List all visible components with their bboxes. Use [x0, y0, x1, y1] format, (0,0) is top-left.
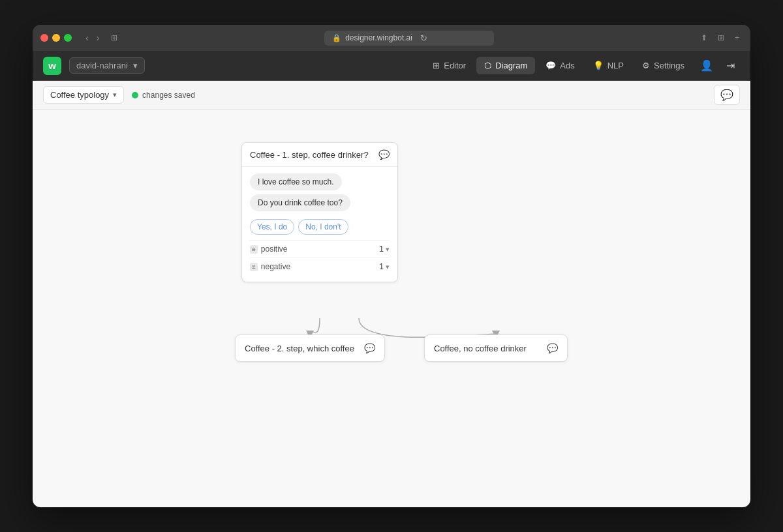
nav-ads-label: Ads	[560, 61, 574, 70]
route-negative-dropdown-icon: ▾	[386, 263, 390, 271]
right-child-comment-icon[interactable]: 💬	[547, 343, 558, 353]
workspace-dropdown-icon: ▾	[133, 61, 138, 70]
nav-editor[interactable]: ⊞ Editor	[425, 57, 474, 74]
address-bar[interactable]: 🔒 designer.wingbot.ai ↻	[324, 31, 494, 46]
workspace-selector[interactable]: david-nahrani ▾	[69, 57, 145, 74]
route-negative-icon: ≡	[250, 263, 258, 271]
diagram-icon: ⬡	[484, 61, 491, 70]
nav-ads[interactable]: 💬 Ads	[538, 57, 582, 74]
nav-links: ⊞ Editor ⬡ Diagram 💬 Ads 💡 NLP ⚙ Setting…	[145, 57, 740, 74]
left-child-node[interactable]: Coffee - 2. step, which coffee 💬	[235, 334, 385, 362]
lock-icon: 🔒	[332, 34, 341, 42]
changes-saved-indicator: changes saved	[132, 91, 195, 100]
forward-button[interactable]: ›	[93, 31, 103, 44]
right-child-node[interactable]: Coffee, no coffee drinker 💬	[424, 334, 568, 362]
nav-settings[interactable]: ⚙ Settings	[634, 57, 692, 74]
changes-saved-label: changes saved	[142, 91, 195, 100]
title-bar-right: ⬆ ⊞ +	[698, 32, 743, 44]
saved-dot-icon	[132, 92, 138, 98]
address-bar-wrap: 🔒 designer.wingbot.ai ↻	[126, 31, 692, 46]
address-text: designer.wingbot.ai	[345, 33, 412, 42]
user-icon[interactable]: 👤	[695, 57, 718, 74]
logout-icon[interactable]: ⇥	[721, 57, 740, 74]
main-node-header: Coffee - 1. step, coffee drinker? 💬	[242, 143, 397, 167]
toolbar-right: 💬	[714, 85, 740, 105]
nav-diagram-label: Diagram	[495, 61, 527, 70]
ads-icon: 💬	[545, 61, 556, 70]
dropdown-arrow-icon: ▾	[113, 91, 117, 99]
main-node[interactable]: Coffee - 1. step, coffee drinker? 💬 I lo…	[241, 142, 398, 282]
choice-row: Yes, I do No, I don't	[250, 219, 390, 235]
toolbar: Coffee typology ▾ changes saved 💬	[33, 81, 750, 110]
diagram-canvas[interactable]: Coffee - 1. step, coffee drinker? 💬 I lo…	[33, 110, 750, 507]
editor-icon: ⊞	[433, 61, 440, 70]
left-child-comment-icon[interactable]: 💬	[364, 343, 375, 353]
route-positive-label: ≡ positive	[250, 244, 288, 254]
route-positive-num[interactable]: 1 ▾	[379, 244, 390, 254]
close-button[interactable]	[40, 34, 48, 42]
app-nav: w david-nahrani ▾ ⊞ Editor ⬡ Diagram 💬 A…	[33, 51, 750, 81]
app-logo: w	[43, 57, 61, 75]
workspace-name: david-nahrani	[76, 61, 128, 70]
back-button[interactable]: ‹	[82, 31, 92, 44]
main-node-title: Coffee - 1. step, coffee drinker?	[250, 150, 369, 160]
route-negative: ≡ negative 1 ▾	[250, 258, 390, 275]
choice-yes[interactable]: Yes, I do	[250, 219, 294, 235]
choice-no[interactable]: No, I don't	[298, 219, 348, 235]
main-node-body: I love coffee so much. Do you drink coff…	[242, 167, 397, 282]
bot-name: Coffee typology	[50, 90, 109, 100]
nav-arrows: ‹ ›	[82, 31, 102, 44]
nav-diagram[interactable]: ⬡ Diagram	[476, 57, 535, 74]
message-bubble-2: Do you drink coffee too?	[250, 194, 350, 211]
nlp-icon: 💡	[593, 61, 604, 70]
title-bar: ‹ › ⊞ 🔒 designer.wingbot.ai ↻ ⬆ ⊞ +	[33, 25, 750, 51]
message-bubble-1: I love coffee so much.	[250, 173, 342, 190]
nav-nlp[interactable]: 💡 NLP	[585, 57, 632, 74]
nav-editor-label: Editor	[444, 61, 466, 70]
route-positive-icon: ≡	[250, 245, 258, 254]
nav-nlp-label: NLP	[607, 61, 624, 70]
settings-icon: ⚙	[642, 61, 650, 70]
minimize-button[interactable]	[52, 34, 60, 42]
nav-settings-label: Settings	[654, 61, 684, 70]
route-positive: ≡ positive 1 ▾	[250, 240, 390, 258]
traffic-lights	[40, 34, 72, 42]
new-tab-button[interactable]: +	[731, 32, 743, 44]
right-child-label: Coffee, no coffee drinker 💬	[434, 343, 558, 353]
chat-button[interactable]: 💬	[714, 85, 740, 105]
maximize-button[interactable]	[64, 34, 72, 42]
tabs-button[interactable]: ⊞	[714, 32, 728, 44]
route-positive-dropdown-icon: ▾	[386, 245, 390, 254]
left-child-label: Coffee - 2. step, which coffee 💬	[245, 343, 375, 353]
route-negative-label: ≡ negative	[250, 262, 290, 271]
share-button[interactable]: ⬆	[698, 32, 711, 44]
main-node-comment-icon[interactable]: 💬	[378, 149, 390, 160]
sidebar-toggle-button[interactable]: ⊞	[108, 32, 121, 44]
refresh-button[interactable]: ↻	[420, 33, 427, 43]
route-negative-num[interactable]: 1 ▾	[379, 262, 390, 271]
app-window: ‹ › ⊞ 🔒 designer.wingbot.ai ↻ ⬆ ⊞ + w da…	[33, 25, 750, 507]
bot-dropdown-button[interactable]: Coffee typology ▾	[43, 86, 124, 104]
